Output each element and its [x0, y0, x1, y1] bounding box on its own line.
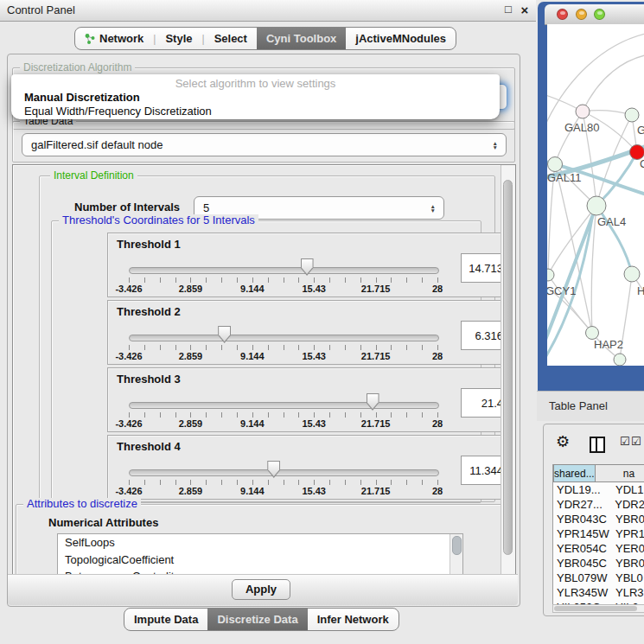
- table-row[interactable]: YDL19...YDL1: [553, 482, 644, 497]
- tick-label: 21.715: [361, 351, 391, 361]
- slider-track[interactable]: [129, 335, 439, 341]
- slider-track[interactable]: [129, 267, 439, 274]
- tab-style[interactable]: Style: [156, 28, 201, 49]
- tick-label: 2.859: [179, 486, 203, 496]
- node-label: H: [637, 284, 644, 297]
- tick-mark: [144, 412, 145, 418]
- network-edge[interactable]: [555, 112, 583, 164]
- column-header-name[interactable]: na: [596, 464, 644, 482]
- network-node[interactable]: [624, 266, 640, 282]
- gear-icon[interactable]: ⚙: [556, 434, 570, 450]
- tick-label: 9.144: [240, 284, 265, 294]
- list-item[interactable]: SelfLoops: [58, 534, 462, 552]
- tick-mark: [129, 277, 130, 283]
- network-node[interactable]: [547, 269, 554, 281]
- node-label: GCY1: [547, 284, 576, 297]
- checkbox-icon[interactable]: ☑: [620, 435, 630, 448]
- tick-mark: [360, 412, 361, 418]
- list-item[interactable]: TopologicalCoefficient: [58, 552, 462, 569]
- threshold-slider[interactable]: -3.4262.8599.14415.4321.71528: [108, 301, 514, 364]
- tick-mark: [221, 412, 222, 418]
- tick-mark: [314, 345, 315, 350]
- tick-label: 28: [432, 284, 443, 294]
- tick-label: 21.715: [361, 486, 391, 496]
- network-canvas[interactable]: GAL80GACGAL11GAL4GCY1HHAP2: [547, 24, 644, 366]
- tick-mark: [329, 480, 330, 485]
- threshold-slider[interactable]: -3.4262.8599.14415.4321.71528: [108, 233, 514, 296]
- close-window-icon[interactable]: ×: [518, 3, 532, 17]
- network-node[interactable]: [576, 105, 590, 118]
- tick-mark: [190, 345, 191, 350]
- network-node[interactable]: [625, 108, 639, 122]
- network-edge[interactable]: [583, 54, 644, 112]
- screen: Control Panel □ × Network|Style|SelectCy…: [0, 0, 644, 644]
- tab-jactivemnodules[interactable]: jActiveMNodules: [346, 28, 456, 49]
- attributes-list-scrollbar[interactable]: [450, 534, 462, 575]
- table-row[interactable]: YBR043CYBR0: [553, 512, 644, 526]
- tab-label: Impute Data: [134, 613, 198, 626]
- slider-track[interactable]: [129, 469, 439, 476]
- table-row[interactable]: YDR27...YDR2: [553, 497, 644, 512]
- dropdown-option-manual[interactable]: Manual Discretization: [11, 91, 500, 105]
- tab-select[interactable]: Select: [205, 28, 257, 49]
- tick-mark: [329, 277, 330, 283]
- threshold-slider[interactable]: -3.4262.8599.14415.4321.71528: [108, 436, 514, 499]
- table-rows: YDL19...YDL1YDR27...YDR2YBR043CYBR0YPR14…: [553, 482, 644, 606]
- tick-mark: [284, 345, 284, 350]
- mac-minimize-button[interactable]: [576, 9, 587, 20]
- tick-mark: [376, 480, 377, 485]
- tick-mark: [345, 345, 346, 350]
- table-row[interactable]: YBR045CYBR0: [553, 556, 644, 571]
- tick-mark: [268, 480, 269, 485]
- float-window-icon[interactable]: □: [501, 3, 515, 16]
- tick-mark: [437, 345, 438, 350]
- tick-mark: [252, 412, 253, 418]
- column-header-shared-name[interactable]: shared...: [553, 464, 596, 482]
- network-node[interactable]: [548, 157, 563, 172]
- tab-impute-data[interactable]: Impute Data: [124, 609, 207, 630]
- tab-label: Infer Network: [317, 613, 389, 626]
- tab-infer-network[interactable]: Infer Network: [308, 609, 399, 630]
- apply-button[interactable]: Apply: [232, 579, 290, 600]
- window-title: Control Panel: [7, 3, 75, 16]
- network-node[interactable]: [587, 196, 606, 215]
- network-node[interactable]: [614, 354, 626, 366]
- table-row[interactable]: YPR145WYPR1: [553, 526, 644, 541]
- table-row[interactable]: YER054CYER0: [553, 541, 644, 556]
- cell-shared-name: YBR043C: [553, 513, 612, 526]
- table-horizontal-scrollbar[interactable]: [552, 604, 644, 613]
- threshold-coordinates-group: Threshold's Coordinates for 5 Intervals …: [51, 220, 481, 503]
- threshold-slider[interactable]: -3.4262.8599.14415.4321.71528: [108, 368, 514, 431]
- threshold-box: Threshold 2-3.4262.8599.14415.4321.71528…: [107, 300, 515, 365]
- tick-mark: [345, 277, 346, 283]
- tab-cyni-toolbox[interactable]: Cyni Toolbox: [257, 28, 346, 49]
- mac-close-button[interactable]: [557, 9, 568, 20]
- network-edge[interactable]: [583, 111, 632, 115]
- threshold-box: Threshold 3-3.4262.8599.14415.4321.71528…: [107, 367, 515, 432]
- table-data-combobox[interactable]: galFiltered.sif default node ▲▼: [22, 133, 507, 156]
- table-row[interactable]: YBL079WYBL0: [553, 571, 644, 585]
- tick-mark: [298, 412, 299, 418]
- mac-zoom-button[interactable]: [594, 9, 605, 20]
- split-columns-icon[interactable]: [590, 437, 605, 453]
- table-row[interactable]: YLR345WYLR3: [553, 585, 644, 600]
- threshold-box: Threshold 4-3.4262.8599.14415.4321.71528…: [107, 435, 515, 500]
- tab-discretize-data[interactable]: Discretize Data: [207, 609, 307, 630]
- tick-mark: [298, 480, 299, 485]
- tick-mark: [345, 480, 346, 485]
- tick-mark: [237, 480, 238, 485]
- tick-mark: [314, 412, 315, 418]
- tab-network[interactable]: Network: [75, 28, 153, 49]
- slider-track[interactable]: [129, 402, 439, 409]
- tab-label: Network: [99, 32, 143, 45]
- tick-mark: [160, 345, 161, 350]
- checkbox-icon[interactable]: ☑: [631, 435, 641, 448]
- settings-vertical-scrollbar[interactable]: [501, 165, 515, 575]
- tick-mark: [160, 277, 161, 283]
- node-label: GAL80: [564, 121, 599, 134]
- tick-label: 15.43: [302, 284, 326, 294]
- attributes-group: Attributes to discretize Numerical Attri…: [16, 504, 507, 576]
- node-table: shared... na YDL19...YDL1YDR27...YDR2YBR…: [552, 464, 644, 606]
- network-icon: [85, 33, 95, 45]
- dropdown-option-equal-width[interactable]: Equal Width/Frequency Discretization: [11, 105, 500, 118]
